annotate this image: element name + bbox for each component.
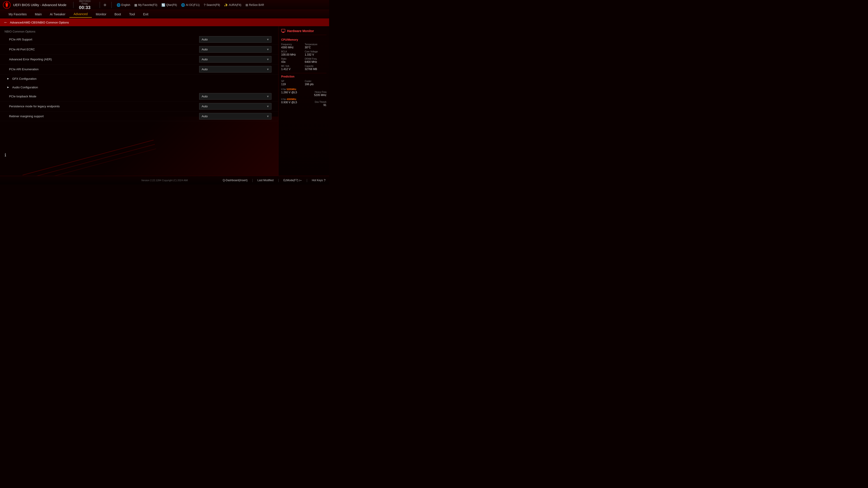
svg-rect-3	[281, 29, 285, 32]
hotkeys-button[interactable]: Hot Keys ?	[312, 178, 326, 182]
pcie-loopback-dropdown-wrapper: Auto Enabled Disabled ▼	[199, 93, 272, 100]
last-modified-button[interactable]: Last Modified	[257, 179, 274, 182]
nav-exit[interactable]: Exit	[139, 11, 152, 18]
gear-icon: ⚙	[103, 3, 106, 7]
v5205-voltage: 1.260 V @L5	[281, 91, 297, 97]
aioc-label: AI OC(F11)	[186, 3, 199, 6]
pred-sp: SP 119	[281, 80, 303, 86]
retimer-label: Retimer margining support	[9, 115, 199, 118]
settings-button[interactable]: ⚙	[102, 3, 108, 7]
setting-row-pcie-ari-support: PCIe ARI Support Auto Enabled Disabled ▼	[0, 35, 278, 44]
dos-thresh-label: Dos Thresh	[315, 101, 327, 103]
hw-ratio: Ratio 43x	[281, 58, 303, 64]
nav-tool[interactable]: Tool	[125, 11, 139, 18]
pcie-loopback-select[interactable]: Auto Enabled Disabled	[199, 93, 272, 100]
search-button[interactable]: ? Search(F9)	[202, 3, 221, 7]
bclk-label: BCLK	[281, 51, 303, 53]
gfx-expand-icon: ►	[7, 77, 9, 80]
ratio-value: 43x	[281, 60, 303, 64]
cooler-label: Cooler	[305, 80, 327, 83]
audio-configuration-label: Audio Configuration	[12, 86, 38, 89]
back-button[interactable]: ←	[4, 20, 8, 25]
nav-monitor[interactable]: Monitor	[92, 11, 111, 18]
hw-frequency: Frequency 4300 MHz	[281, 43, 303, 49]
ezmode-icon: ⊢	[299, 178, 302, 182]
english-button[interactable]: 🌐 English	[115, 3, 131, 7]
setting-row-pcie-ari-enum: PCIe ARI Enumeration Auto Enabled Disabl…	[0, 64, 278, 74]
prediction-section: Prediction SP 119 Cooler 166 pts V for 5…	[281, 75, 327, 107]
hw-bclk: BCLK 100.00 MHz	[281, 51, 303, 56]
persistence-mode-select[interactable]: Auto Enabled Disabled	[199, 103, 272, 109]
persistence-mode-label: Persistence mode for legacy endpoints	[9, 105, 199, 108]
dos-thresh-value: 91	[315, 103, 327, 107]
toolbar-items: ⚙ 🌐 English ▦ My Favorite(F3) 🔃 Qfan(F6)…	[102, 2, 327, 8]
bottom-divider-3: |	[307, 178, 307, 182]
nav-advanced[interactable]: Advanced	[69, 11, 92, 18]
top-divider-1	[73, 2, 73, 8]
svg-rect-5	[282, 32, 284, 33]
search-label: Search(F9)	[206, 3, 220, 6]
pcie-ari-enum-select[interactable]: Auto Enabled Disabled	[199, 66, 272, 72]
ezmode-button[interactable]: EzMode(F7) ⊢	[283, 178, 302, 182]
v4300-voltage: 0.930 V @L5	[281, 101, 297, 107]
ai-icon: 🌐	[181, 3, 185, 7]
setting-row-pcie-all-port-ecrc: PCIe All Port ECRC Auto Enabled Disabled…	[0, 44, 278, 55]
aioc-button[interactable]: 🌐 AI OC(F11)	[180, 3, 201, 7]
gfx-configuration-row[interactable]: ► GFX Configuration	[0, 74, 278, 83]
my-favorite-button[interactable]: ▦ My Favorite(F3)	[133, 3, 159, 7]
pcie-ari-support-select[interactable]: Auto Enabled Disabled	[199, 36, 272, 43]
v4300-for-label: V for 4300MHz	[281, 98, 327, 101]
nav-main[interactable]: Main	[31, 11, 46, 18]
prediction-title: Prediction	[281, 75, 327, 78]
persistence-mode-dropdown-wrapper: Auto Enabled Disabled ▼	[199, 103, 272, 109]
heavy-freq-value: 5205 MHz	[314, 94, 327, 97]
setting-row-persistence-mode: Persistence mode for legacy endpoints Au…	[0, 101, 278, 111]
v4300-freq: 4300MHz	[287, 98, 296, 101]
nav-my-favorites[interactable]: My Favorites	[4, 11, 31, 18]
heart-icon: ▦	[134, 3, 137, 7]
prediction-sp-cooler: SP 119 Cooler 166 pts	[281, 80, 327, 86]
hw-core-voltage: Core Voltage 1.332 V	[305, 51, 327, 56]
pred-v4300: V for 4300MHz 0.930 V @L5 Dos Thresh 91	[281, 98, 327, 107]
hw-monitor-panel: Hardware Monitor CPU/Memory Frequency 43…	[278, 26, 329, 176]
ratio-label: Ratio	[281, 58, 303, 60]
core-voltage-value: 1.332 V	[305, 53, 327, 56]
svg-rect-4	[283, 32, 284, 32]
resize-bar-button[interactable]: ⊞ ReSize BAR	[244, 3, 266, 7]
rog-logo-icon	[3, 1, 11, 9]
retimer-select[interactable]: Auto Enabled Disabled	[199, 113, 272, 120]
bottom-divider-2: |	[278, 178, 279, 182]
pcie-all-port-ecrc-select[interactable]: Auto Enabled Disabled	[199, 46, 272, 53]
aer-select[interactable]: Auto Enabled Disabled	[199, 56, 272, 63]
qfan-button[interactable]: 🔃 Qfan(F6)	[160, 3, 178, 7]
qdashboard-label: Q-Dashboard(Insert)	[223, 179, 248, 182]
date-line2: Friday	[82, 2, 88, 5]
cooler-value: 166 pts	[305, 83, 327, 86]
logo-area: UEFI BIOS Utility - Advanced Mode	[3, 1, 66, 9]
globe-icon: 🌐	[117, 3, 121, 7]
date-line1: 09/27/2024	[79, 0, 90, 2]
hw-capacity: Capacity 32768 MB	[305, 65, 327, 71]
hw-mc-volt: MC Volt. 1.412 V	[281, 65, 303, 71]
audio-configuration-row[interactable]: ► Audio Configuration	[0, 83, 278, 92]
datetime: 09/27/2024 Friday 00:33	[76, 0, 94, 10]
aura-button[interactable]: ✨ AURA(F4)	[223, 3, 243, 7]
v5205-for-label: V for 5205MHz	[281, 88, 327, 91]
hotkeys-label: Hot Keys	[312, 179, 323, 182]
nav-ai-tweaker[interactable]: Ai Tweaker	[46, 11, 69, 18]
temperature-label: Temperature	[305, 43, 327, 46]
pcie-ari-support-label: PCIe ARI Support	[9, 38, 199, 41]
capacity-label: Capacity	[305, 65, 327, 67]
pred-v4300-values: 0.930 V @L5 Dos Thresh 91	[281, 101, 327, 107]
bclk-value: 100.00 MHz	[281, 53, 303, 56]
english-label: English	[121, 3, 130, 6]
content-area: NBIO Common Options PCIe ARI Support Aut…	[0, 26, 278, 176]
info-button[interactable]: ℹ	[4, 152, 6, 158]
nav-boot[interactable]: Boot	[110, 11, 125, 18]
core-voltage-label: Core Voltage	[305, 51, 327, 53]
qdashboard-button[interactable]: Q-Dashboard(Insert)	[223, 179, 248, 182]
pcie-ari-support-dropdown-wrapper: Auto Enabled Disabled ▼	[199, 36, 272, 43]
v5205-freq: 5205MHz	[287, 88, 296, 91]
pcie-all-port-ecrc-label: PCIe All Port ECRC	[9, 48, 199, 51]
hw-dram-freq: DRAM Freq. 6400 MHz	[305, 58, 327, 64]
